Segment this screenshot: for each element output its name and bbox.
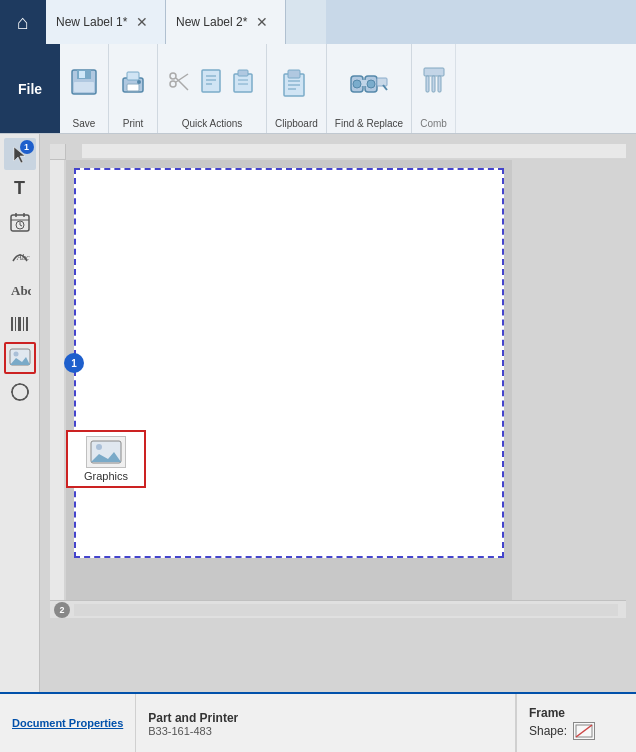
- svg-point-7: [137, 80, 141, 84]
- page1-bubble: 1: [64, 353, 84, 373]
- label-canvas[interactable]: 1: [74, 168, 504, 558]
- graphics-tool-icon: [9, 348, 31, 368]
- part-printer-section: Part and Printer B33-161-483: [136, 694, 516, 752]
- ribbon-group-find-replace[interactable]: Find & Replace: [327, 44, 412, 133]
- page2-strip: 2: [50, 600, 626, 618]
- quick-actions-icon-area: [166, 50, 258, 114]
- graphics-tool-button[interactable]: [4, 342, 36, 374]
- document-properties-label[interactable]: Document Properties: [12, 717, 123, 729]
- svg-point-52: [13, 352, 18, 357]
- graphics-icon-box: [86, 436, 126, 468]
- page2-bubble: 2: [54, 602, 70, 618]
- svg-line-10: [176, 78, 188, 90]
- wordart-tool-icon: Abc: [9, 279, 31, 301]
- save-icon: [68, 66, 100, 98]
- clipboard-icon: [278, 64, 314, 100]
- svg-point-29: [367, 80, 375, 88]
- file-label: File: [18, 81, 42, 97]
- svg-point-61: [96, 444, 102, 450]
- print-icon-area: [117, 50, 149, 114]
- frame-title: Frame: [529, 706, 624, 720]
- svg-point-9: [170, 81, 176, 87]
- arc-text-tool-icon: Abc: [9, 245, 31, 267]
- left-toolbar: 1 T Abc Abc: [0, 134, 40, 692]
- ribbon: File Save: [0, 44, 636, 134]
- save-label: Save: [73, 118, 96, 129]
- comb-icon-area: [422, 50, 446, 114]
- comb-icon: [422, 64, 446, 100]
- text-tool-button[interactable]: T: [4, 172, 36, 204]
- graphics-tooltip[interactable]: Graphics: [66, 430, 146, 488]
- tab-label1-text: New Label 1*: [56, 15, 127, 29]
- ribbon-group-save[interactable]: Save: [60, 44, 109, 133]
- print-label: Print: [123, 118, 144, 129]
- ribbon-groups: Save Print: [60, 44, 636, 133]
- svg-rect-50: [26, 317, 28, 331]
- svg-rect-56: [82, 144, 626, 160]
- frame-shape-icon: [575, 724, 593, 738]
- ribbon-group-quick-actions[interactable]: Quick Actions: [158, 44, 267, 133]
- tool-badge: 1: [20, 140, 34, 154]
- svg-text:Abc: Abc: [11, 283, 31, 298]
- barcode-tool-button[interactable]: [4, 308, 36, 340]
- svg-rect-30: [377, 78, 387, 86]
- datetime-tool-button[interactable]: [4, 206, 36, 238]
- svg-rect-17: [238, 70, 248, 76]
- find-replace-icon: [349, 64, 389, 100]
- svg-rect-5: [127, 72, 139, 80]
- svg-rect-32: [424, 68, 444, 76]
- new-tab-button[interactable]: [286, 0, 326, 44]
- svg-rect-58: [50, 160, 66, 600]
- home-icon: ⌂: [17, 11, 29, 34]
- page2-content: [74, 604, 618, 616]
- tab-label1-close[interactable]: ✕: [133, 13, 151, 31]
- document-properties-section[interactable]: Document Properties: [0, 694, 136, 752]
- svg-point-28: [353, 80, 361, 88]
- ribbon-group-comb[interactable]: Comb: [412, 44, 456, 133]
- arc-text-tool-button[interactable]: Abc: [4, 240, 36, 272]
- part-printer-title: Part and Printer: [148, 711, 503, 725]
- main-area: 1 T Abc Abc: [0, 134, 636, 692]
- canvas-area[interactable]: Graphics 1 2: [40, 134, 636, 692]
- quick-actions-icon2: [198, 66, 226, 98]
- frame-shape-box[interactable]: [573, 722, 595, 740]
- graphics-tooltip-icon: [90, 440, 122, 464]
- label-canvas-wrapper: Graphics 1 2: [50, 144, 626, 618]
- save-icon-area: [68, 50, 100, 114]
- frame-shape-label: Shape:: [529, 724, 567, 738]
- text-tool-icon: T: [14, 178, 25, 199]
- svg-rect-27: [361, 80, 367, 86]
- barcode-tool-icon: [9, 315, 31, 333]
- svg-rect-21: [288, 70, 300, 78]
- file-button[interactable]: File: [0, 44, 60, 133]
- ribbon-group-clipboard[interactable]: Clipboard: [267, 44, 327, 133]
- find-replace-icon-area: [349, 50, 389, 114]
- svg-rect-47: [15, 317, 16, 331]
- part-printer-value: B33-161-483: [148, 725, 503, 737]
- svg-text:Abc: Abc: [16, 253, 30, 262]
- svg-rect-6: [127, 84, 139, 91]
- svg-rect-48: [18, 317, 21, 331]
- tab-label1[interactable]: New Label 1* ✕: [46, 0, 166, 44]
- comb-label: Comb: [420, 118, 447, 129]
- svg-rect-35: [438, 76, 441, 92]
- svg-rect-3: [74, 82, 94, 92]
- tab-label2-close[interactable]: ✕: [253, 13, 271, 31]
- ribbon-group-print[interactable]: Print: [109, 44, 158, 133]
- svg-rect-49: [23, 317, 24, 331]
- clipboard-icon-area: [278, 50, 314, 114]
- quick-actions-label: Quick Actions: [182, 118, 243, 129]
- home-button[interactable]: ⌂: [0, 0, 46, 44]
- wordart-tool-button[interactable]: Abc: [4, 274, 36, 306]
- page1-number: 1: [71, 358, 77, 369]
- svg-line-43: [20, 225, 22, 226]
- shape-tool-icon: [9, 381, 31, 403]
- svg-rect-33: [426, 76, 429, 92]
- title-bar: ⌂ New Label 1* ✕ New Label 2* ✕: [0, 0, 636, 44]
- select-tool-button[interactable]: 1: [4, 138, 36, 170]
- ruler-left-svg: [50, 160, 66, 600]
- page-background: Graphics 1: [66, 160, 512, 600]
- quick-actions-icon3: [230, 66, 258, 98]
- shape-tool-button[interactable]: [4, 376, 36, 408]
- tab-label2[interactable]: New Label 2* ✕: [166, 0, 286, 44]
